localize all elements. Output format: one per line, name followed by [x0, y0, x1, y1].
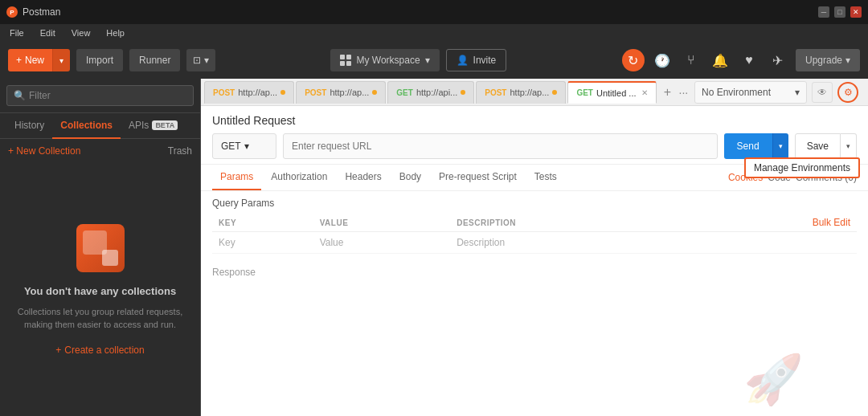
send-icon-button[interactable]: ✈ [767, 49, 789, 71]
tab-method-label: GET [576, 88, 593, 97]
send-dropdown-button[interactable]: ▾ [772, 133, 788, 159]
menu-file[interactable]: File [6, 27, 27, 39]
tab-close-button[interactable]: ✕ [641, 88, 648, 97]
method-select[interactable]: GET ▾ [212, 133, 276, 159]
tab-url: Untitled ... [596, 88, 637, 98]
history-icon-button[interactable]: 🕐 [651, 49, 674, 71]
notifications-icon-button[interactable]: 🔔 [709, 49, 731, 71]
tab-1[interactable]: POST http://ap... [296, 81, 386, 104]
workspace-dropdown-icon: ▾ [425, 55, 430, 66]
rocket-illustration: 🚀 [743, 351, 804, 408]
env-dropdown-icon: ▾ [795, 87, 800, 98]
upgrade-dropdown-icon: ▾ [845, 55, 850, 66]
req-tab-params[interactable]: Params [212, 165, 261, 190]
req-tab-authorization[interactable]: Authorization [263, 165, 335, 190]
tab-4-active[interactable]: GET Untitled ... ✕ [567, 81, 656, 104]
upgrade-button[interactable]: Upgrade ▾ [796, 49, 860, 71]
toolbar: + New ▾ Import Runner ⊡ ▾ My Workspace ▾… [0, 42, 868, 79]
env-select-label: No Environment [702, 87, 771, 98]
collection-icon [76, 224, 125, 272]
git-icon-button[interactable]: ⑂ [680, 49, 702, 71]
tab-3[interactable]: POST http://ap... [476, 81, 566, 104]
sync-icon-button[interactable]: ↻ [622, 49, 645, 71]
send-button[interactable]: Send [724, 133, 772, 159]
add-tab-button[interactable]: + [658, 83, 678, 102]
key-column-header: KEY [212, 214, 313, 232]
tab-url: http://ap... [238, 88, 277, 97]
manage-environments-button[interactable]: Manage Environments [744, 157, 860, 178]
params-table: KEY VALUE DESCRIPTION Bulk Edit Key Valu… [212, 214, 857, 254]
sidebar-tab-history[interactable]: History [6, 113, 52, 139]
workspace-button[interactable]: My Workspace ▾ [330, 49, 439, 71]
trash-button[interactable]: Trash [168, 145, 192, 157]
sidebar-tabs: History Collections APIs BETA [0, 113, 200, 139]
description-cell[interactable]: Description [450, 232, 689, 254]
tab-0[interactable]: POST http://ap... [204, 81, 294, 104]
app-logo: P [6, 6, 18, 18]
url-input[interactable] [283, 133, 718, 159]
tab-dot [461, 90, 465, 95]
env-gear-button[interactable]: ⚙ [837, 82, 858, 103]
new-collection-button[interactable]: + New Collection [8, 145, 80, 157]
new-button[interactable]: + New [8, 49, 52, 71]
save-dropdown-button[interactable]: ▾ [841, 133, 857, 159]
plus-icon: + [55, 345, 61, 356]
tab-method-label: POST [213, 88, 235, 97]
tab-url: http://ap... [330, 88, 369, 97]
tab-method-label: POST [305, 88, 326, 97]
tab-dot [552, 90, 557, 95]
response-title: Response [212, 267, 857, 278]
runner-button[interactable]: Runner [129, 49, 180, 71]
sidebar-search-area: 🔍 [0, 79, 200, 113]
sidebar-actions: + New Collection Trash [0, 139, 200, 163]
sidebar-empty-state: You don't have any collections Collectio… [0, 163, 200, 416]
title-bar: P Postman ─ □ ✕ [0, 0, 868, 24]
new-dropdown-button[interactable]: ▾ [52, 49, 70, 71]
tab-method-label: POST [485, 88, 506, 97]
minimize-button[interactable]: ─ [818, 6, 829, 18]
sidebar-tab-collections[interactable]: Collections [52, 113, 121, 139]
req-tab-tests[interactable]: Tests [526, 165, 565, 190]
method-dropdown-icon: ▾ [244, 141, 249, 152]
environment-selector[interactable]: No Environment ▾ [694, 81, 807, 104]
save-button[interactable]: Save [795, 133, 841, 159]
tab-dot [280, 90, 285, 95]
row-actions-cell [689, 232, 857, 254]
menu-help[interactable]: Help [103, 27, 128, 39]
beta-badge: BETA [152, 120, 178, 130]
app-title: Postman [23, 6, 60, 18]
req-tab-pre-request[interactable]: Pre-request Script [431, 165, 525, 190]
capture-button[interactable]: ⊡ ▾ [186, 49, 215, 71]
gear-icon: ⚙ [844, 87, 853, 98]
empty-description: Collections let you group related reques… [18, 305, 182, 332]
maximize-button[interactable]: □ [834, 6, 845, 18]
req-tab-body[interactable]: Body [391, 165, 429, 190]
create-collection-link[interactable]: + Create a collection [55, 345, 144, 356]
plus-icon: + [16, 55, 22, 66]
query-params-section: Query Params KEY VALUE DESCRIPTION Bulk … [201, 191, 868, 260]
search-icon: 🔍 [14, 90, 26, 101]
tab-2[interactable]: GET http://api... [387, 81, 474, 104]
menu-view[interactable]: View [68, 27, 94, 39]
menu-edit[interactable]: Edit [37, 27, 59, 39]
sidebar-tab-apis[interactable]: APIs BETA [121, 113, 186, 139]
tabs-bar: POST http://ap... POST http://ap... GET … [201, 79, 868, 106]
more-tabs-button[interactable]: ··· [679, 86, 689, 99]
key-cell[interactable]: Key [212, 232, 313, 254]
filter-input[interactable] [29, 90, 186, 101]
env-eye-button[interactable]: 👁 [812, 82, 833, 103]
grid-icon [340, 55, 351, 66]
bulk-edit-button[interactable]: Bulk Edit [813, 217, 850, 228]
query-params-title: Query Params [212, 198, 857, 209]
import-button[interactable]: Import [76, 49, 123, 71]
response-section: Response [201, 260, 868, 284]
invite-button[interactable]: 👤 Invite [446, 49, 507, 71]
value-cell[interactable]: Value [313, 232, 451, 254]
value-column-header: VALUE [313, 214, 451, 232]
req-tab-headers[interactable]: Headers [337, 165, 389, 190]
description-column-header: DESCRIPTION [450, 214, 689, 232]
close-button[interactable]: ✕ [850, 6, 862, 18]
tab-method-label: GET [396, 88, 413, 97]
request-area: Untitled Request GET ▾ Send ▾ Save ▾ [201, 106, 868, 165]
heart-icon-button[interactable]: ♥ [738, 49, 760, 71]
